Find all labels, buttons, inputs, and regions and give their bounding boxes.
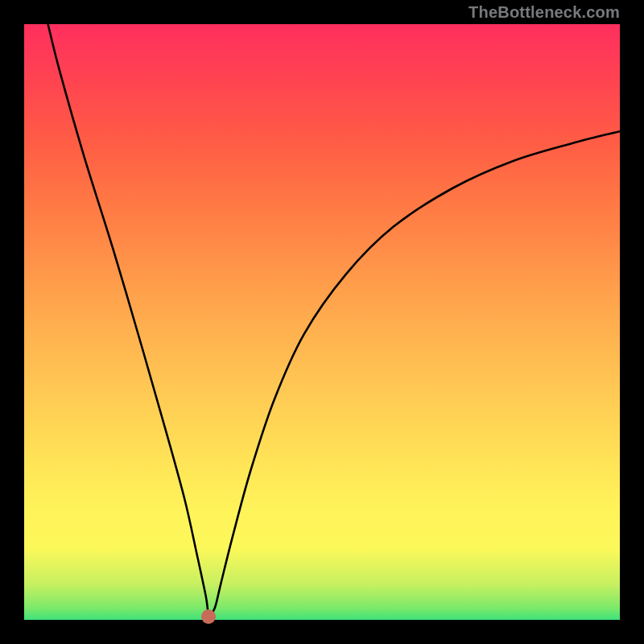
watermark-text: TheBottleneck.com	[469, 3, 620, 22]
curve-svg	[24, 24, 620, 620]
chart-frame: TheBottleneck.com	[0, 0, 644, 644]
plot-area	[24, 24, 620, 620]
bottleneck-curve	[48, 24, 620, 614]
minimum-marker	[201, 609, 216, 624]
